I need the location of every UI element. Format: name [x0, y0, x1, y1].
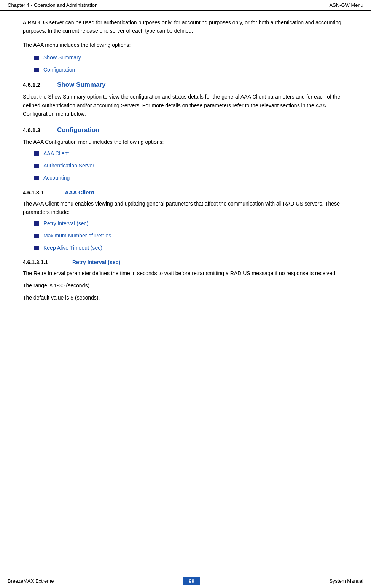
aaa-client-link[interactable]: AAA Client — [43, 150, 69, 156]
list-item: Show Summary — [34, 54, 348, 61]
header-right: ASN-GW Menu — [329, 2, 363, 8]
section-4612-heading: 4.6.1.2 Show Summary — [23, 81, 348, 89]
page-footer: BreezeMAX Extreme 99 System Manual — [0, 574, 371, 588]
keep-alive-link[interactable]: Keep Alive Timeout (sec) — [43, 245, 102, 251]
section-46131-body: The AAA Client menu enables viewing and … — [23, 199, 348, 217]
list-item: Authentication Server — [34, 163, 348, 169]
section-4613-intro: The AAA Configuration menu includes the … — [23, 138, 348, 146]
list-item: AAA Client — [34, 150, 348, 156]
section-46131-heading: 4.6.1.3.1 AAA Client — [23, 189, 348, 196]
page-header: Chapter 4 - Operation and Administration… — [0, 0, 371, 11]
footer-right: System Manual — [329, 578, 363, 584]
aaa-client-list: Retry Interval (sec) Maximum Number of R… — [34, 220, 348, 251]
section-4612-num: 4.6.1.2 — [23, 81, 57, 88]
bullet-icon — [34, 164, 39, 168]
section-461311-heading: 4.6.1.3.1.1 Retry Interval (sec) — [23, 259, 348, 265]
authentication-server-link[interactable]: Authentication Server — [43, 163, 94, 169]
intro-paragraph1: A RADIUS server can be used for authenti… — [23, 18, 348, 35]
bullet-icon — [34, 234, 39, 238]
bullet-icon — [34, 151, 39, 156]
section-461311-num: 4.6.1.3.1.1 — [23, 259, 72, 265]
max-retries-link[interactable]: Maximum Number of Retries — [43, 233, 111, 239]
intro-paragraph2: The AAA menu includes the following opti… — [23, 41, 348, 49]
section-4613-title: Configuration — [57, 126, 99, 134]
header-left: Chapter 4 - Operation and Administration — [8, 2, 97, 8]
retry-interval-link[interactable]: Retry Interval (sec) — [43, 220, 88, 226]
configuration-link[interactable]: Configuration — [43, 67, 75, 73]
list-item: Configuration — [34, 67, 348, 73]
bullet-icon — [34, 221, 39, 226]
section-461311-title: Retry Interval (sec) — [72, 259, 120, 265]
page-content: A RADIUS server can be used for authenti… — [0, 11, 371, 329]
list-item: Keep Alive Timeout (sec) — [34, 245, 348, 251]
section-461311-default: The default value is 5 (seconds). — [23, 293, 348, 302]
section-461311-range: The range is 1-30 (seconds). — [23, 281, 348, 290]
section-4612-title: Show Summary — [57, 81, 106, 89]
list-item: Accounting — [34, 175, 348, 181]
footer-page-number: 99 — [183, 577, 199, 585]
bullet-icon — [34, 246, 39, 250]
section-46131-num: 4.6.1.3.1 — [23, 190, 65, 196]
list-item: Maximum Number of Retries — [34, 233, 348, 239]
section-4613-num: 4.6.1.3 — [23, 127, 57, 133]
section-4612-body: Select the Show Summary option to view t… — [23, 92, 348, 118]
bullet-icon — [34, 176, 39, 180]
section-4613-heading: 4.6.1.3 Configuration — [23, 126, 348, 134]
bullet-icon — [34, 68, 39, 72]
show-summary-link[interactable]: Show Summary — [43, 54, 81, 61]
accounting-link[interactable]: Accounting — [43, 175, 70, 181]
list-item: Retry Interval (sec) — [34, 220, 348, 226]
footer-left: BreezeMAX Extreme — [8, 578, 54, 584]
section-46131-title: AAA Client — [65, 189, 94, 196]
section-461311-body: The Retry Interval parameter defines the… — [23, 269, 348, 277]
bullet-icon — [34, 56, 39, 60]
aaa-menu-list: Show Summary Configuration — [34, 54, 348, 73]
config-menu-list: AAA Client Authentication Server Account… — [34, 150, 348, 181]
